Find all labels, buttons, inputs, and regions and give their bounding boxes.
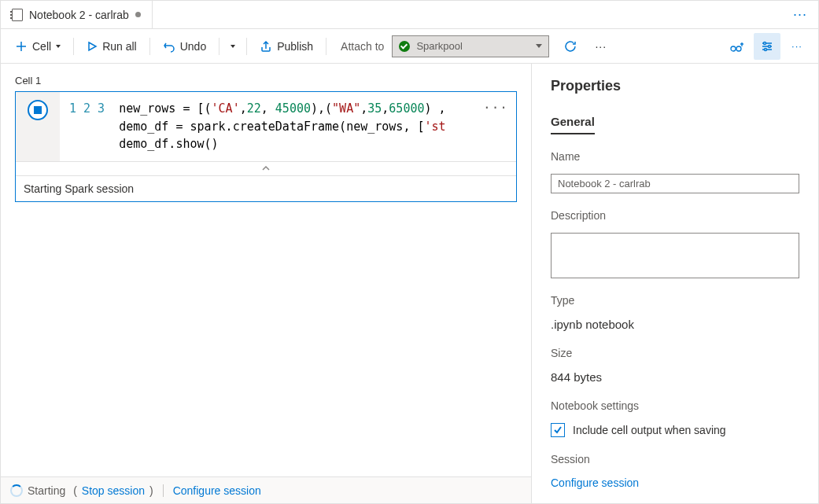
- publish-icon: [260, 40, 272, 53]
- chevron-up-icon: [261, 165, 271, 171]
- toolbar-more-button[interactable]: ···: [590, 35, 611, 57]
- notebook-icon: [12, 9, 23, 21]
- refresh-icon: [563, 39, 577, 53]
- session-state: Starting: [28, 484, 65, 497]
- size-value: 844 bytes: [551, 370, 799, 384]
- add-cell-button[interactable]: Cell: [9, 35, 67, 57]
- separator: [326, 38, 326, 55]
- separator: [246, 38, 247, 55]
- dirty-indicator-icon: [135, 12, 141, 17]
- spinner-icon: [10, 484, 23, 497]
- play-icon: [87, 41, 98, 52]
- panel-title: Properties: [551, 78, 799, 94]
- undo-label: Undo: [180, 40, 206, 53]
- collapse-cell-button[interactable]: [16, 161, 516, 175]
- type-value: .ipynb notebook: [551, 318, 799, 331]
- separator: [149, 38, 150, 55]
- redo-dropdown-button[interactable]: [226, 40, 240, 53]
- editor-area: Cell 1 1 2 3 new_rows = [('CA',22, 45000…: [1, 64, 531, 476]
- include-output-label: Include cell output when saving: [573, 424, 726, 436]
- check-icon: [553, 425, 563, 435]
- stop-cell-button[interactable]: [28, 100, 48, 120]
- settings-sliders-icon: [760, 39, 774, 53]
- refresh-button[interactable]: [559, 35, 582, 58]
- paren-close: ): [149, 484, 153, 497]
- cell-label: Cell: [32, 40, 51, 53]
- spark-pool-select[interactable]: Sparkpool: [392, 35, 549, 57]
- include-output-checkbox[interactable]: [551, 423, 565, 437]
- settings-label: Notebook settings: [551, 399, 799, 412]
- panel-tabs: General: [551, 110, 799, 134]
- code-text: new_rows = [('CA',22, 45000),("WA",35,65…: [119, 100, 507, 153]
- run-all-button[interactable]: Run all: [80, 35, 143, 57]
- panel-more-button[interactable]: ···: [784, 33, 810, 60]
- cell-more-button[interactable]: ···: [483, 100, 508, 115]
- chevron-down-icon: [56, 45, 61, 48]
- status-bar: Starting (Stop session) Configure sessio…: [1, 476, 531, 503]
- description-input[interactable]: [551, 233, 799, 278]
- separator: [73, 38, 74, 55]
- publish-label: Publish: [277, 40, 313, 53]
- variables-button[interactable]: [724, 33, 751, 60]
- tab-more-button[interactable]: ···: [782, 6, 818, 23]
- plus-icon: [15, 40, 28, 53]
- variables-icon: [729, 39, 745, 53]
- configure-session-link[interactable]: Configure session: [173, 484, 261, 497]
- undo-button[interactable]: Undo: [157, 35, 212, 57]
- svg-point-4: [765, 48, 767, 50]
- separator: [219, 38, 220, 55]
- chevron-down-icon: [231, 45, 235, 48]
- name-label: Name: [551, 150, 799, 163]
- svg-point-3: [769, 45, 771, 47]
- panel-configure-session-link[interactable]: Configure session: [551, 476, 799, 489]
- svg-point-0: [731, 46, 736, 51]
- status-ok-icon: [399, 41, 410, 52]
- tab-general[interactable]: General: [551, 110, 595, 134]
- size-label: Size: [551, 347, 799, 359]
- toolbar: Cell Run all Undo Publish Attach to Spar…: [1, 29, 818, 64]
- separator: [163, 484, 164, 497]
- cell-label: Cell 1: [15, 75, 517, 86]
- tab-title: Notebook 2 - carlrab: [29, 9, 129, 21]
- code-editor[interactable]: 1 2 3 new_rows = [('CA',22, 45000),("WA"…: [60, 92, 516, 161]
- tab-bar: Notebook 2 - carlrab ···: [1, 1, 818, 29]
- properties-panel: Properties General Name Description Type…: [531, 64, 818, 503]
- cell-status: Starting Spark session: [16, 175, 516, 201]
- cell-gutter: [16, 92, 60, 161]
- name-input[interactable]: [551, 174, 799, 193]
- pool-name: Sparkpool: [416, 40, 463, 52]
- run-all-label: Run all: [102, 40, 137, 53]
- code-cell[interactable]: 1 2 3 new_rows = [('CA',22, 45000),("WA"…: [15, 91, 517, 202]
- notebook-tab[interactable]: Notebook 2 - carlrab: [1, 1, 153, 28]
- svg-point-2: [764, 42, 766, 44]
- svg-point-1: [736, 46, 741, 51]
- undo-icon: [163, 40, 175, 53]
- paren-open: (: [70, 484, 77, 497]
- stop-icon: [34, 106, 42, 114]
- session-label: Session: [551, 453, 799, 465]
- attach-to-label: Attach to: [333, 40, 389, 53]
- chevron-down-icon: [536, 44, 542, 48]
- line-numbers: 1 2 3: [69, 100, 119, 153]
- stop-session-link[interactable]: Stop session: [82, 484, 145, 497]
- description-label: Description: [551, 209, 799, 222]
- type-label: Type: [551, 294, 799, 307]
- publish-button[interactable]: Publish: [253, 35, 319, 57]
- properties-button[interactable]: [754, 33, 780, 60]
